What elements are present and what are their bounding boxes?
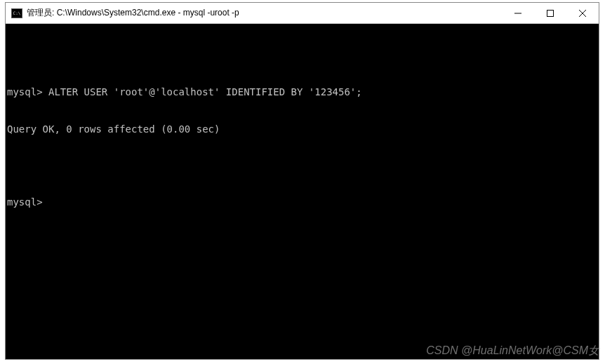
- svg-rect-1: [547, 10, 554, 16]
- terminal-line-3: [7, 160, 597, 172]
- maximize-button[interactable]: [534, 3, 566, 23]
- cmd-window: 管理员: C:\Windows\System32\cmd.exe - mysql…: [5, 2, 599, 360]
- terminal-area[interactable]: mysql> ALTER USER 'root'@'localhost' IDE…: [6, 24, 599, 359]
- minimize-icon: [514, 10, 521, 17]
- window-title: 管理员: C:\Windows\System32\cmd.exe - mysql…: [27, 7, 502, 19]
- window-controls: [502, 3, 599, 23]
- close-icon: [579, 10, 586, 17]
- terminal-line-1: mysql> ALTER USER 'root'@'localhost' IDE…: [7, 86, 597, 99]
- close-button[interactable]: [566, 3, 599, 23]
- titlebar[interactable]: 管理员: C:\Windows\System32\cmd.exe - mysql…: [6, 3, 599, 24]
- maximize-icon: [547, 10, 554, 17]
- terminal-line-2: Query OK, 0 rows affected (0.00 sec): [7, 123, 597, 136]
- cmd-icon: [11, 8, 22, 18]
- terminal-line-4: mysql>: [7, 196, 597, 209]
- minimize-button[interactable]: [502, 3, 534, 23]
- terminal-blank: [7, 50, 597, 62]
